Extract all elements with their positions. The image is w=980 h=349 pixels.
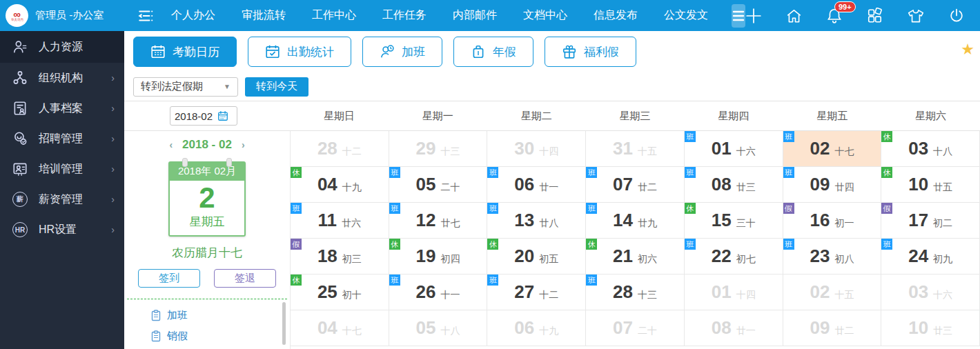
day-cell-12[interactable]: 班12廿七 (389, 203, 488, 239)
nav-item-8[interactable]: 公文发文 (664, 8, 708, 23)
month-picker[interactable] (170, 106, 237, 126)
lunar-day: 廿一 (736, 325, 756, 337)
day-cell-19[interactable]: 休19初四 (389, 239, 488, 275)
day-cell-06[interactable]: 06十九 (487, 310, 586, 346)
notifications-bell-icon[interactable]: 99+ (826, 7, 843, 24)
tab-1[interactable]: 考勤日历 (133, 37, 237, 67)
day-type-badge: 假 (291, 239, 302, 250)
day-cell-09[interactable]: 班09廿四 (783, 167, 882, 203)
day-cell-25[interactable]: 休25初十 (291, 275, 389, 310)
day-number: 24 (908, 246, 928, 267)
day-cell-08[interactable]: 08廿一 (685, 310, 783, 346)
day-cell-28[interactable]: 28十二 (291, 131, 389, 167)
day-cell-02[interactable]: 班02十七 (783, 131, 882, 167)
day-cell-09[interactable]: 09廿二 (783, 310, 882, 346)
day-type-badge: 班 (291, 203, 302, 214)
sidebar-item-2[interactable]: 组织机构› (0, 63, 124, 93)
day-cell-30[interactable]: 30十四 (487, 131, 586, 167)
quick-link-2[interactable]: 销假 (150, 326, 290, 346)
sidebar-item-1[interactable]: 人力资源 (0, 31, 124, 63)
nav-item-3[interactable]: 工作中心 (312, 8, 356, 23)
day-cell-03[interactable]: 休03十八 (881, 131, 980, 167)
sidebar-item-3[interactable]: 人事档案› (0, 93, 124, 123)
favorite-star-icon[interactable]: ★ (961, 41, 974, 59)
sidebar-item-5[interactable]: 培训管理› (0, 154, 124, 184)
day-cell-05[interactable]: 05十八 (389, 310, 488, 346)
day-cell-02[interactable]: 02十五 (783, 275, 882, 310)
brand: ∞ 华天动力 管理员 -办公室 (0, 4, 124, 27)
next-month-icon[interactable]: › (242, 139, 245, 150)
day-cell-15[interactable]: 休15三十 (685, 203, 783, 239)
day-cell-04[interactable]: 休04十九 (291, 167, 389, 203)
day-cell-14[interactable]: 班14廿九 (586, 203, 685, 239)
nav-item-1[interactable]: 个人办公 (171, 8, 215, 23)
day-cell-07[interactable]: 07二十 (586, 310, 685, 346)
tab-5[interactable]: 福利假 (545, 37, 636, 67)
day-cell-27[interactable]: 班27十二 (487, 275, 586, 310)
sidebar-item-7[interactable]: HRHR设置› (0, 215, 124, 245)
day-cell-03[interactable]: 03十六 (881, 275, 980, 310)
day-cell-26[interactable]: 班26十一 (389, 275, 488, 310)
app-logo[interactable]: ∞ 华天动力 (6, 4, 28, 27)
nav-item-6[interactable]: 文档中心 (523, 8, 567, 23)
day-cell-24[interactable]: 班24初九 (881, 239, 980, 275)
day-cell-29[interactable]: 29十三 (389, 131, 488, 167)
day-cell-07[interactable]: 班07廿二 (586, 167, 685, 203)
day-cell-05[interactable]: 班05二十 (389, 167, 488, 203)
day-number: 06 (514, 174, 534, 195)
nav-item-2[interactable]: 审批流转 (242, 8, 286, 23)
quick-link-3[interactable]: 请假调休 (150, 346, 290, 349)
panel-scrollbar[interactable] (282, 302, 286, 345)
quick-link-1[interactable]: 加班 (150, 305, 290, 326)
current-user-label[interactable]: 管理员 -办公室 (35, 9, 104, 22)
more-menu-icon[interactable] (732, 4, 745, 28)
day-cell-04[interactable]: 04十七 (291, 310, 389, 346)
day-cell-10[interactable]: 休10廿五 (881, 167, 980, 203)
day-cell-23[interactable]: 班23初八 (783, 239, 882, 275)
apps-grid-icon[interactable] (866, 8, 883, 24)
jump-holiday-select[interactable]: 转到法定假期 ▼ (133, 77, 238, 97)
suitcase-icon (471, 44, 486, 59)
day-cell-01[interactable]: 01十四 (685, 275, 783, 310)
check-in-button[interactable]: 签到 (138, 269, 200, 288)
day-cell-06[interactable]: 班06廿一 (487, 167, 586, 203)
lunar-day: 十六 (736, 146, 756, 158)
day-cell-22[interactable]: 班22初七 (685, 239, 783, 275)
day-cell-17[interactable]: 假17初二 (881, 203, 980, 239)
tab-3[interactable]: 加班 (362, 37, 442, 67)
calendar-picker-icon[interactable] (217, 110, 228, 121)
day-cell-31[interactable]: 31十五 (586, 131, 685, 167)
tab-2[interactable]: 出勤统计 (248, 37, 351, 67)
logout-power-icon[interactable] (948, 8, 965, 24)
tab-label: 年假 (493, 44, 516, 60)
day-cell-08[interactable]: 班08廿三 (685, 167, 783, 203)
day-cell-21[interactable]: 休21初六 (586, 239, 685, 275)
theme-shirt-icon[interactable] (907, 8, 925, 24)
day-cell-11[interactable]: 班11廿六 (291, 203, 389, 239)
day-type-badge: 班 (389, 275, 400, 286)
nav-item-5[interactable]: 内部邮件 (453, 8, 497, 23)
home-icon[interactable] (785, 8, 803, 24)
day-cell-20[interactable]: 休20初五 (487, 239, 586, 275)
sidebar-item-4[interactable]: 招聘管理› (0, 123, 124, 154)
add-icon[interactable] (745, 8, 762, 24)
prev-month-icon[interactable]: ‹ (169, 139, 173, 150)
check-out-button[interactable]: 签退 (214, 269, 276, 288)
sidebar-collapse-icon[interactable] (137, 8, 155, 24)
day-cell-01[interactable]: 班01十六 (685, 131, 783, 167)
nav-item-7[interactable]: 信息发布 (594, 8, 638, 23)
chevron-right-icon: › (111, 103, 115, 114)
day-cell-13[interactable]: 班13廿八 (487, 203, 586, 239)
day-cell-28[interactable]: 班28十三 (586, 275, 685, 310)
day-cell-10[interactable]: 10廿三 (881, 310, 980, 346)
lunar-day: 初二 (933, 217, 952, 230)
go-today-button[interactable]: 转到今天 (245, 77, 308, 97)
lunar-day: 十五 (638, 146, 657, 158)
mini-month-nav: ‹ 2018 - 02 › (124, 138, 290, 152)
sidebar-item-6[interactable]: 薪薪资管理› (0, 184, 124, 215)
nav-item-4[interactable]: 工作任务 (382, 8, 427, 23)
day-cell-18[interactable]: 假18初三 (291, 239, 389, 275)
month-input[interactable] (175, 110, 217, 122)
tab-4[interactable]: 年假 (453, 37, 533, 67)
day-cell-16[interactable]: 假16初一 (783, 203, 882, 239)
